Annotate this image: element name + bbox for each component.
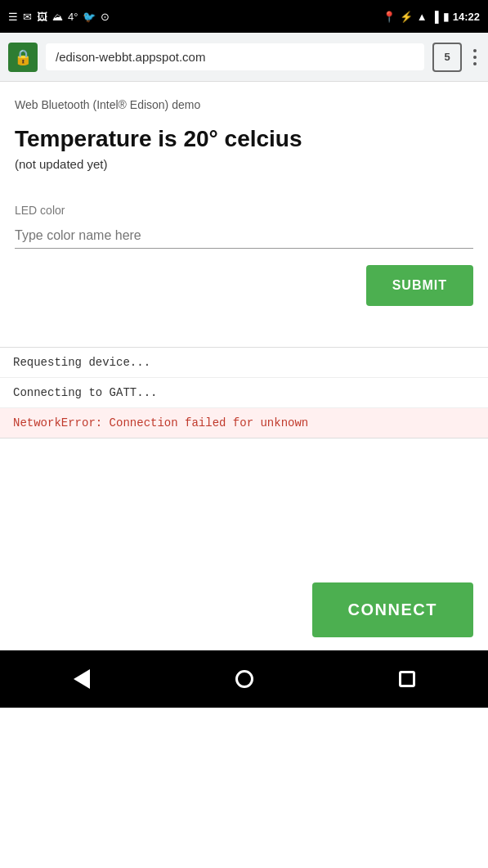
dot1 (473, 49, 477, 52)
location-icon: 📍 (383, 11, 396, 23)
connect-button[interactable]: CONNECT (312, 582, 473, 637)
wifi-icon: ▲ (417, 11, 428, 23)
page-subtitle: Web Bluetooth (Intel® Edison) demo (15, 98, 473, 111)
status-bar: ☰ ✉ 🖼 ⛰ 4° 🐦 ⊙ 📍 ⚡ ▲ ▐ ▮ 14:22 (0, 0, 488, 33)
back-button[interactable] (57, 654, 106, 704)
image-icon: 🖼 (37, 11, 47, 23)
home-icon (235, 670, 253, 688)
menu-button[interactable] (470, 46, 480, 69)
log-line-error: NetworkError: Connection failed for unkn… (0, 408, 488, 438)
tabs-button[interactable]: 5 (432, 43, 462, 72)
dot2 (473, 56, 477, 59)
spacer (0, 438, 488, 569)
bluetooth-icon: ⚡ (400, 11, 413, 23)
chrome-icon: ⊙ (101, 11, 110, 23)
email-icon: ✉ (23, 11, 32, 23)
recent-button[interactable] (383, 654, 432, 704)
temp-label: 4° (68, 11, 78, 23)
lock-icon: 🔒 (8, 43, 38, 72)
led-section: LED color (15, 204, 473, 249)
bottom-nav (0, 650, 488, 708)
recent-icon (399, 671, 415, 687)
led-color-input[interactable] (15, 223, 473, 249)
twitter-icon: 🐦 (83, 11, 96, 23)
status-bar-icons: ☰ ✉ 🖼 ⛰ 4° 🐦 ⊙ (8, 11, 110, 23)
clock: 14:22 (453, 11, 480, 23)
battery-icon: ▮ (443, 11, 449, 23)
log-section: Requesting device... Connecting to GATT.… (0, 347, 488, 438)
log-line-1: Requesting device... (0, 348, 488, 378)
back-icon (74, 669, 90, 689)
temperature-heading: Temperature is 20° celcius (15, 126, 473, 152)
connect-row: CONNECT (0, 569, 488, 650)
status-bar-right-icons: 📍 ⚡ ▲ ▐ ▮ 14:22 (383, 11, 480, 23)
submit-row: SUBMIT (15, 265, 473, 306)
address-input[interactable] (46, 43, 424, 70)
mountain-icon: ⛰ (52, 11, 63, 23)
submit-button[interactable]: SUBMIT (366, 265, 473, 306)
home-button[interactable] (220, 654, 269, 704)
temperature-note: (not updated yet) (15, 157, 473, 171)
log-line-2: Connecting to GATT... (0, 378, 488, 408)
led-label: LED color (15, 204, 473, 217)
main-content: Web Bluetooth (Intel® Edison) demo Tempe… (0, 82, 488, 322)
menu-icon: ☰ (8, 11, 18, 23)
signal-icon: ▐ (432, 11, 439, 23)
dot3 (473, 62, 477, 65)
address-bar: 🔒 5 (0, 33, 488, 82)
